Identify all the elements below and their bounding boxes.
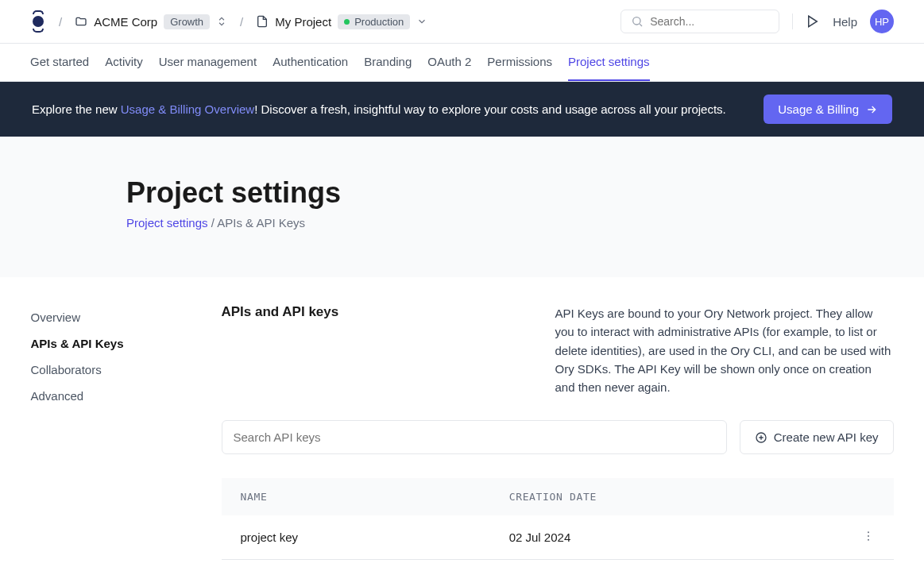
status-dot-icon (344, 19, 350, 25)
chevron-updown-icon (216, 16, 227, 27)
section-description: API Keys are bound to your Ory Network p… (555, 304, 894, 396)
global-search[interactable] (621, 10, 779, 33)
svg-point-0 (633, 17, 640, 25)
sidebar-item-collaborators[interactable]: Collaborators (31, 357, 174, 383)
api-key-name: project key (222, 515, 490, 560)
svg-point-4 (868, 535, 869, 537)
play-icon[interactable] (806, 14, 820, 29)
svg-point-3 (868, 532, 869, 534)
tab-branding[interactable]: Branding (364, 44, 412, 81)
workspace-selector[interactable]: ACME Corp Growth (75, 14, 227, 29)
breadcrumb: Project settings / APIs & API Keys (126, 216, 798, 230)
breadcrumb-separator: / (240, 15, 243, 29)
banner-text-suffix: ! Discover a fresh, insightful way to ex… (254, 102, 726, 116)
promo-banner: Explore the new Usage & Billing Overview… (0, 82, 924, 137)
breadcrumb-separator: / (59, 15, 62, 29)
divider (792, 14, 793, 29)
search-icon (631, 15, 644, 28)
svg-marker-1 (809, 16, 818, 27)
app-logo[interactable] (30, 10, 46, 33)
table-row: project key 02 Jul 2024 (222, 515, 894, 560)
plus-circle-icon (755, 431, 767, 444)
arrow-right-icon (865, 103, 878, 116)
project-selector[interactable]: My Project Production (256, 14, 427, 29)
file-icon (256, 15, 269, 28)
environment-badge: Production (338, 14, 410, 29)
section-title: APIs and API keys (222, 304, 524, 396)
tab-oauth2[interactable]: OAuth 2 (427, 44, 471, 81)
api-keys-search-input[interactable] (222, 420, 727, 454)
sidebar-item-api-keys[interactable]: APIs & API Keys (31, 330, 174, 357)
dots-vertical-icon (862, 530, 875, 542)
tab-user-management[interactable]: User management (159, 44, 257, 81)
main-tabs: Get started Activity User management Aut… (0, 44, 924, 82)
search-input[interactable] (650, 15, 769, 28)
row-actions-button[interactable] (843, 515, 894, 560)
table-header-date: CREATION DATE (490, 478, 843, 515)
usage-billing-button[interactable]: Usage & Billing (764, 95, 892, 124)
create-api-key-button[interactable]: Create new API key (740, 420, 894, 454)
breadcrumb-sep: / (208, 216, 218, 230)
tab-project-settings[interactable]: Project settings (568, 44, 650, 81)
breadcrumb-root-link[interactable]: Project settings (126, 216, 208, 230)
tab-get-started[interactable]: Get started (30, 44, 89, 81)
api-key-date: 02 Jul 2024 (490, 515, 843, 560)
plan-badge: Growth (164, 14, 210, 29)
banner-link[interactable]: Usage & Billing Overview (121, 102, 254, 116)
tab-permissions[interactable]: Permissions (487, 44, 552, 81)
user-avatar[interactable]: HP (870, 10, 894, 33)
tab-authentication[interactable]: Authentication (273, 44, 348, 81)
table-header-name: NAME (222, 478, 490, 515)
tab-activity[interactable]: Activity (105, 44, 143, 81)
page-title: Project settings (126, 176, 798, 210)
project-name: My Project (275, 15, 331, 29)
settings-sidebar: Overview APIs & API Keys Collaborators A… (31, 304, 174, 560)
help-link[interactable]: Help (833, 15, 857, 29)
banner-text-prefix: Explore the new (32, 102, 121, 116)
api-keys-table: NAME CREATION DATE project key 02 Jul 20… (222, 478, 894, 560)
svg-point-5 (868, 539, 869, 541)
workspace-name: ACME Corp (94, 15, 157, 29)
breadcrumb-current: APIs & API Keys (217, 216, 305, 230)
sidebar-item-advanced[interactable]: Advanced (31, 383, 174, 409)
sidebar-item-overview[interactable]: Overview (31, 304, 174, 330)
folder-icon (75, 15, 87, 28)
chevron-down-icon (416, 16, 427, 27)
